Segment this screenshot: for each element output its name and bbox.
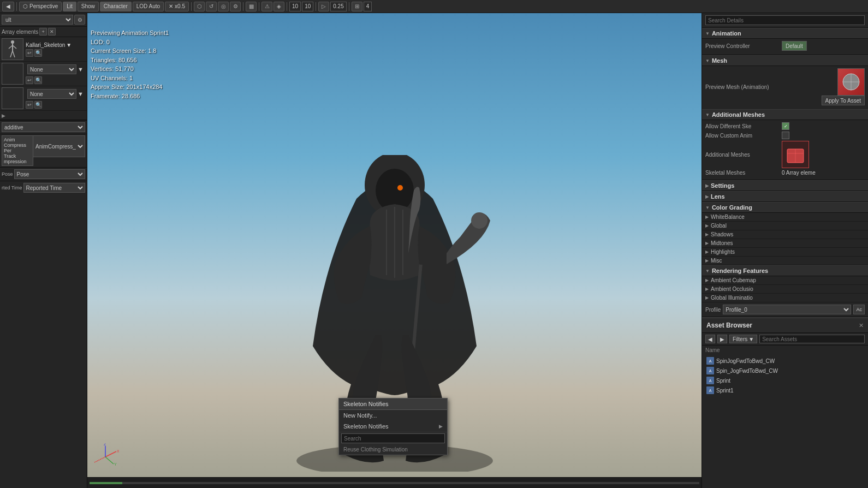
ctx-search-input[interactable]	[341, 433, 445, 443]
misc-row[interactable]: ▶ Misc	[702, 257, 868, 265]
ctx-item-new-notify[interactable]: New Notify...	[339, 410, 447, 421]
slot3-search-btn[interactable]: 🔍	[34, 101, 42, 109]
asset-name-header: Name	[702, 346, 868, 355]
back-btn[interactable]: ◀	[2, 2, 14, 11]
icon-btn-3[interactable]: ◎	[218, 2, 229, 11]
additional-meshes-prop-label: Additional Meshes	[705, 152, 782, 158]
pose-select[interactable]: Pose	[14, 169, 85, 179]
icon-btn-5[interactable]: ▦	[246, 2, 257, 11]
top-select[interactable]: ult	[2, 15, 73, 25]
perspective-btn[interactable]: ⬡ Perspective	[19, 2, 62, 11]
expand-arrow: ▶	[2, 113, 5, 118]
icon-btn-9[interactable]: ⊞	[352, 2, 362, 11]
mesh-section-header[interactable]: ▼ Mesh	[702, 55, 868, 66]
svg-line-17	[94, 457, 105, 462]
character-btn[interactable]: Character	[100, 2, 132, 11]
sep6	[316, 2, 316, 11]
ambient-occlusion-arrow: ▶	[705, 287, 709, 291]
svg-line-20	[105, 457, 114, 464]
slot2-back-btn[interactable]: ↩	[26, 76, 33, 84]
ambient-cubemap-arrow: ▶	[705, 278, 709, 283]
context-menu: Skeleton Notifies New Notify... Skeleton…	[338, 398, 448, 455]
ambient-cubemap-row[interactable]: ▶ Ambient Cubemap	[702, 276, 868, 285]
asset-icon-1: A	[706, 367, 714, 374]
left-panel-top: ult ⚙	[0, 13, 87, 27]
slot3-select[interactable]: None	[27, 89, 76, 99]
settings-label: Settings	[711, 182, 734, 189]
highlights-row[interactable]: ▶ Highlights	[702, 248, 868, 257]
skeleton-back-btn[interactable]: ↩	[26, 49, 33, 57]
rendering-features-header[interactable]: ▼ Rendering Features	[702, 265, 868, 276]
icon-btn-2[interactable]: ↺	[206, 2, 217, 11]
sep3	[243, 2, 243, 11]
remove-element-btn[interactable]: ✕	[48, 28, 56, 35]
profile-select[interactable]: Profile_0	[723, 305, 851, 314]
skeleton-preview	[2, 38, 23, 60]
shadows-row[interactable]: ▶ Shadows	[702, 230, 868, 239]
slot3-back-btn[interactable]: ↩	[26, 101, 33, 109]
global-row[interactable]: ▶ Global	[702, 222, 868, 230]
search-details-input[interactable]	[705, 15, 865, 25]
asset-item-2[interactable]: A Sprint	[702, 376, 868, 385]
anim-label: Anim	[4, 137, 31, 142]
scale-btn[interactable]: ✕ x0.5	[165, 2, 189, 11]
icon-btn-8[interactable]: ▷	[318, 2, 329, 11]
preview-controller-default-btn[interactable]: Default	[782, 41, 807, 51]
left-panel: ult ⚙ Array elements + ✕	[0, 13, 87, 488]
slot3-dropdown-icon: ▼	[78, 91, 84, 97]
ctx-footer-item[interactable]: Reuse Clothing Simulation	[339, 444, 447, 455]
additive-select[interactable]: additive	[2, 122, 85, 132]
additional-meshes-header[interactable]: ▼ Additional Meshes	[702, 109, 868, 120]
lens-section-header[interactable]: ▶ Lens	[702, 191, 868, 202]
animation-section-header[interactable]: ▼ Animation	[702, 28, 868, 39]
slot2-dropdown-icon: ▼	[78, 66, 84, 73]
ambient-occlusion-row[interactable]: ▶ Ambient Occlusio	[702, 285, 868, 294]
left-settings-btn[interactable]: ⚙	[74, 15, 85, 25]
search-assets-input[interactable]	[759, 335, 865, 343]
asset-name-3: Sprint1	[716, 388, 734, 394]
lit-btn[interactable]: Lit	[63, 2, 76, 11]
icon-btn-7[interactable]: ◈	[274, 2, 284, 11]
timeline-bar[interactable]	[90, 482, 699, 484]
midtones-row[interactable]: ▶ Midtones	[702, 239, 868, 248]
color-grading-content: ▶ WhiteBalance ▶ Global ▶ Shadows ▶ Midt…	[702, 213, 868, 265]
apply-to-asset-btn[interactable]: Apply To Asset	[822, 96, 865, 105]
asset-browser-close-btn[interactable]: ✕	[859, 322, 864, 329]
lod-auto-btn[interactable]: LOD Auto	[133, 2, 164, 11]
icon-btn-1[interactable]: ⬡	[194, 2, 205, 11]
nav-back-btn[interactable]: ◀	[705, 335, 715, 343]
slot2-select[interactable]: None	[27, 64, 76, 74]
asset-item-3[interactable]: A Sprint1	[702, 385, 868, 395]
asset-name-2: Sprint	[716, 378, 730, 384]
whitebalance-row[interactable]: ▶ WhiteBalance	[702, 213, 868, 222]
global-illumination-row[interactable]: ▶ Global Illuminatio	[702, 294, 868, 302]
allow-custom-anim-checkbox[interactable]	[782, 132, 789, 139]
anim-compress-select[interactable]: AnimCompress_	[33, 135, 85, 157]
preview-mesh-row: Preview Mesh (Animation) Apply To Asset	[705, 68, 865, 105]
viewport[interactable]: Previewing Animation Sprint1 LOD: 0 Curr…	[87, 13, 701, 488]
show-btn[interactable]: Show	[78, 2, 99, 11]
asset-item-0[interactable]: A SpinJogFwdToBwd_CW	[702, 356, 868, 366]
mesh-section-arrow: ▼	[705, 58, 710, 63]
asset-item-1[interactable]: A Spin_JogFwdToBwd_CW	[702, 366, 868, 376]
reported-time-select[interactable]: Reported Time	[23, 183, 85, 193]
slot2-search-btn[interactable]: 🔍	[34, 76, 42, 84]
preview-mesh-controls: Apply To Asset	[782, 68, 865, 105]
context-menu-title: Skeleton Notifies	[343, 401, 389, 407]
ctx-item-skeleton-notifies[interactable]: Skeleton Notifies ▶	[339, 421, 447, 432]
profile-add-btn[interactable]: Ac	[853, 305, 865, 314]
skeleton-search-btn[interactable]: 🔍	[34, 49, 42, 57]
allow-diff-ske-checkbox[interactable]	[782, 122, 789, 130]
add-element-btn[interactable]: +	[39, 28, 47, 35]
animation-section-arrow: ▼	[705, 31, 710, 36]
preview-controller-row: Preview Controller Default	[705, 41, 865, 51]
skeletal-meshes-row: Skeletal Meshes 0 Array eleme	[705, 170, 865, 176]
nav-forward-btn[interactable]: ▶	[717, 335, 727, 343]
icon-btn-6[interactable]: ⚠	[261, 2, 272, 11]
filters-btn[interactable]: Filters ▼	[729, 335, 757, 343]
color-grading-header[interactable]: ▼ Color Grading	[702, 202, 868, 213]
settings-section-header[interactable]: ▶ Settings	[702, 180, 868, 191]
sep4	[259, 2, 259, 11]
icon-btn-4[interactable]: ⚙	[230, 2, 241, 11]
viewport-overlay: Previewing Animation Sprint1 LOD: 0 Curr…	[91, 28, 169, 100]
